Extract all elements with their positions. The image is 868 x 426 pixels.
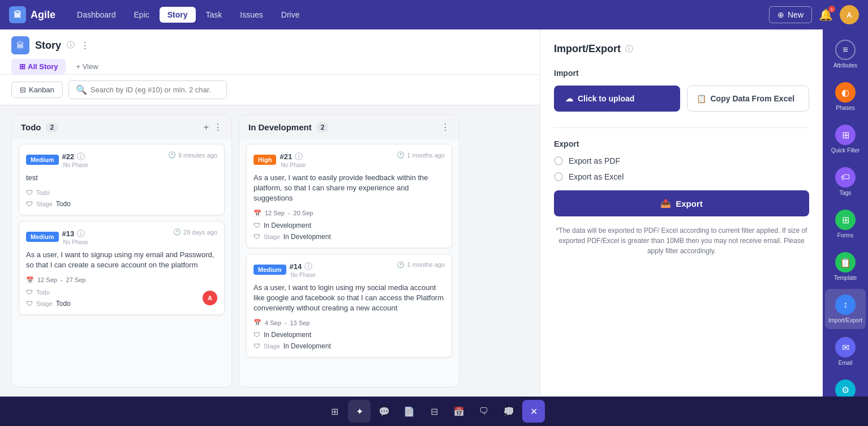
panel-title: Import/Export — [554, 43, 621, 55]
stage-value: In Development — [283, 342, 331, 350]
sidebar-item-quickfilter[interactable]: ⊞ Quick Filter — [825, 119, 866, 159]
nav-story[interactable]: Story — [160, 7, 196, 23]
doc-tool-btn[interactable]: 📄 — [398, 400, 420, 423]
table-row[interactable]: Medium #13 ⓘ No Phase 🕐 28 days ago — [19, 221, 225, 314]
page-title: Story — [35, 40, 61, 52]
upload-button[interactable]: ☁ Click to upload — [554, 86, 680, 112]
export-excel-option[interactable]: Export as Excel — [554, 172, 809, 181]
priority-badge: High — [253, 155, 276, 165]
export-section-label: Export — [554, 139, 809, 148]
comment-tool-btn[interactable]: 🗨 — [472, 400, 495, 423]
nav-issues[interactable]: Issues — [232, 7, 270, 23]
todo-more-btn[interactable]: ⋮ — [213, 122, 222, 133]
sidebar-item-forms[interactable]: ⊞ Forms — [825, 204, 866, 244]
priority-badge: Medium — [26, 232, 59, 242]
no-phase-label: No Phase — [63, 239, 88, 245]
table-row[interactable]: Medium #22 ⓘ No Phase 🕐 9 minutes ago — [19, 144, 225, 215]
sidebar-item-email[interactable]: ✉ Email — [825, 331, 866, 372]
card-dates: 📅 12 Sep - 27 Sep — [26, 276, 217, 284]
stage-label-text: Stage — [264, 343, 280, 350]
status-value: In Development — [264, 221, 311, 229]
todo-column: Todo 2 + ⋮ Medium — [11, 114, 232, 387]
close-tool-btn[interactable]: ✕ — [522, 400, 545, 423]
page-header: 🏛 Story ⓘ ⋮ ⊞ All Story + View — [0, 29, 540, 75]
import-export-panel: Import/Export ⓘ Import ☁ Click to upload… — [540, 29, 823, 397]
speech-tool-btn[interactable]: 💭 — [497, 400, 520, 423]
add-view-btn[interactable]: + View — [68, 59, 106, 74]
export-icon: 📤 — [660, 198, 671, 208]
stage-value: Todo — [56, 300, 71, 308]
ai-tool-btn[interactable]: ✦ — [348, 400, 371, 423]
export-note: *The data will be exported to PDF/ Excel… — [554, 225, 809, 256]
search-input[interactable] — [91, 86, 220, 94]
page-info-icon[interactable]: ⓘ — [67, 40, 75, 50]
table-row[interactable]: High #21 ⓘ No Phase 🕐 1 months ago — [246, 144, 452, 248]
stage-icon: 🛡 — [253, 342, 260, 350]
sidebar-item-importexport[interactable]: ↕ Import/Export — [825, 289, 866, 329]
nav-drive[interactable]: Drive — [273, 7, 308, 23]
sidebar-item-automation[interactable]: ⚙ Automation — [825, 374, 866, 397]
nav-task[interactable]: Task — [198, 7, 230, 23]
right-sidebar: ≡ Attributes ◐ Phases ⊞ Quick Filter 🏷 T… — [823, 29, 868, 397]
todo-add-btn[interactable]: + — [204, 122, 209, 133]
page-title-row: 🏛 Story ⓘ ⋮ — [11, 36, 528, 54]
table-row[interactable]: Medium #14 ⓘ No Phase 🕐 1 months ago — [246, 254, 452, 358]
sidebar-item-tags[interactable]: 🏷 Tags — [825, 161, 866, 202]
nav-links: Dashboard Epic Story Task Issues Drive — [69, 7, 769, 23]
search-icon: 🔍 — [76, 84, 87, 95]
divider — [554, 127, 809, 128]
tags-icon: 🏷 — [835, 167, 856, 188]
app-logo[interactable]: 🏛 Agile — [9, 6, 55, 23]
todo-cards-list: Medium #22 ⓘ No Phase 🕐 9 minutes ago — [12, 139, 231, 387]
calendar-tool-btn[interactable]: 📅 — [448, 400, 470, 423]
in-dev-more-btn[interactable]: ⋮ — [441, 122, 450, 133]
in-dev-column-header: In Development 2 ⋮ — [239, 115, 459, 139]
export-pdf-option[interactable]: Export as PDF — [554, 156, 809, 165]
export-button[interactable]: 📤 Export — [554, 190, 809, 216]
card-id: #22 — [62, 152, 75, 161]
main-layout: 🏛 Story ⓘ ⋮ ⊞ All Story + View ⊟ Kanban … — [0, 29, 868, 397]
export-pdf-radio[interactable] — [554, 156, 563, 165]
in-dev-title: In Development — [248, 122, 312, 132]
card-info-icon: ⓘ — [295, 152, 303, 161]
template-icon: 📋 — [835, 252, 856, 272]
sidebar-item-attributes[interactable]: ≡ Attributes — [825, 34, 866, 74]
status-icon: 🛡 — [253, 331, 260, 339]
sidebar-forms-label: Forms — [837, 232, 853, 238]
card-id: #14 — [290, 262, 302, 271]
nav-dashboard[interactable]: Dashboard — [69, 7, 124, 23]
panel-info-icon: ⓘ — [625, 44, 633, 54]
sidebar-attributes-label: Attributes — [833, 62, 857, 69]
copy-excel-button[interactable]: 📋 Copy Data From Excel — [687, 86, 810, 112]
grid-tool-btn[interactable]: ⊞ — [323, 400, 346, 423]
card-time: 🕐 1 months ago — [397, 151, 445, 159]
page-tabs: ⊞ All Story + View — [11, 59, 528, 74]
notification-button[interactable]: 🔔 1 — [819, 8, 833, 22]
sidebar-item-template[interactable]: 📋 Template — [825, 246, 866, 287]
card-description: test — [26, 173, 217, 183]
all-story-tab[interactable]: ⊞ All Story — [11, 59, 66, 74]
sidebar-importexport-label: Import/Export — [828, 317, 862, 323]
export-excel-radio[interactable] — [554, 172, 563, 181]
page-more-icon[interactable]: ⋮ — [80, 40, 89, 51]
board-tool-btn[interactable]: ⊟ — [423, 400, 445, 423]
chat-tool-btn[interactable]: 💬 — [373, 400, 396, 423]
no-phase-label: No Phase — [63, 162, 88, 168]
upload-icon: ☁ — [565, 94, 573, 103]
new-button[interactable]: ⊕ New — [769, 6, 812, 23]
sidebar-tags-label: Tags — [839, 190, 851, 196]
nav-epic[interactable]: Epic — [126, 7, 157, 23]
top-navigation: 🏛 Agile Dashboard Epic Story Task Issues… — [0, 0, 868, 29]
export-section: Export Export as PDF Export as Excel 📤 E… — [554, 139, 809, 256]
kanban-button[interactable]: ⊟ Kanban — [11, 82, 63, 98]
stage-icon: 🛡 — [253, 233, 260, 241]
priority-badge: Medium — [26, 155, 59, 165]
user-avatar[interactable]: A — [840, 5, 859, 24]
forms-icon: ⊞ — [835, 210, 856, 230]
sidebar-email-label: Email — [838, 360, 852, 366]
email-icon: ✉ — [835, 337, 856, 357]
status-icon: 🛡 — [26, 189, 33, 197]
card-info-icon: ⓘ — [77, 152, 85, 161]
status-label: Todo — [36, 289, 50, 296]
sidebar-item-phases[interactable]: ◐ Phases — [825, 76, 866, 117]
